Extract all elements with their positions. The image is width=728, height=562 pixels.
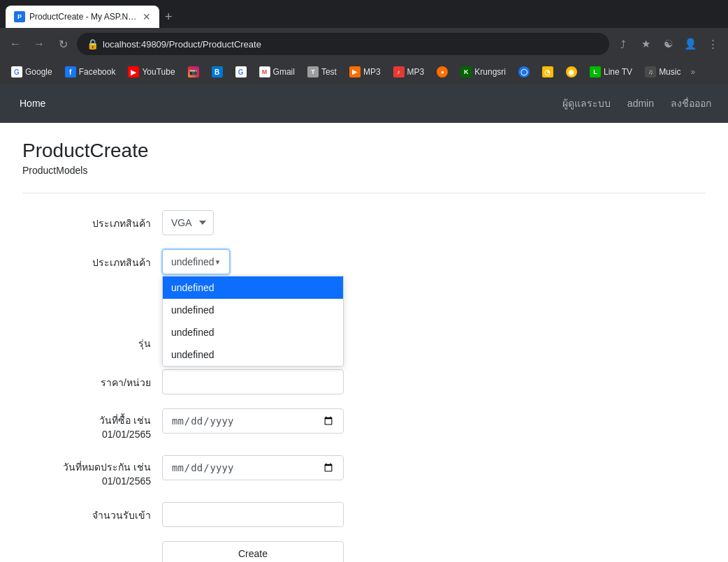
select-type2-display[interactable]: undefined ▼ <box>162 249 230 274</box>
bookmark-label-google: Google <box>25 67 52 77</box>
navbar: Home ผู้ดูแลระบบ admin ลงชื่อออก <box>0 84 728 123</box>
form-row-quantity: จำนวนรับเข้า <box>22 502 511 527</box>
google-favicon: G <box>11 66 22 77</box>
bookmark-circle[interactable]: ◯ <box>513 64 535 80</box>
input-quantity[interactable] <box>162 502 344 527</box>
bookmark-label-youtube: YouTube <box>142 67 175 77</box>
forward-button[interactable]: → <box>29 34 49 54</box>
label-warranty-date-text: วันที่หมดประกัน เช่น01/01/2565 <box>63 461 151 487</box>
label-buy-date: วันที่ซื้อ เช่น01/01/2565 <box>22 408 162 441</box>
bookmarks-bar: G Google f Facebook ▶ YouTube 📷 B G M Gm… <box>0 60 728 84</box>
bookmark-bing[interactable]: B <box>206 64 228 80</box>
dropdown-list-type2: undefined undefined undefined undefined <box>162 276 344 367</box>
bookmark-linetv[interactable]: L Line TV <box>584 64 638 80</box>
tab-close-icon[interactable]: ✕ <box>143 12 151 22</box>
navbar-home-link[interactable]: Home <box>11 92 54 114</box>
bookmark-krungsri[interactable]: K Krungsri <box>455 64 511 80</box>
bookmark-gmail[interactable]: M Gmail <box>254 64 300 80</box>
form-row-buy-date: วันที่ซื้อ เช่น01/01/2565 <box>22 408 511 441</box>
tab-title: ProductCreate - My ASP.NET App <box>29 12 138 22</box>
input-buy-date[interactable] <box>162 408 344 434</box>
facebook-favicon: f <box>65 66 76 77</box>
divider <box>22 193 706 193</box>
tab-bar: P ProductCreate - My ASP.NET App ✕ + <box>0 0 728 28</box>
page-title: ProductCreate <box>22 140 706 162</box>
youtube-favicon: ▶ <box>128 66 139 77</box>
more-bookmarks-icon[interactable]: » <box>687 64 698 80</box>
input-price[interactable] <box>162 369 344 394</box>
active-tab[interactable]: P ProductCreate - My ASP.NET App ✕ <box>6 6 159 28</box>
navbar-user-label: ผู้ดูแลระบบ <box>557 93 616 114</box>
bookmark-google2[interactable]: G <box>230 64 252 80</box>
dropdown-type1-container: VGA CPU RAM HDD <box>162 210 214 235</box>
bookmark-star-icon[interactable]: ★ <box>636 34 655 54</box>
dropdown-option-3[interactable]: undefined <box>163 343 343 366</box>
profile-icon[interactable]: 👤 <box>680 34 700 54</box>
bookmark-label-facebook: Facebook <box>79 67 116 77</box>
bookmark-pac[interactable]: ◉ <box>560 64 583 80</box>
form-row-submit: Create <box>22 541 511 562</box>
select-type2-value: undefined <box>171 256 214 267</box>
dropdown-option-2[interactable]: undefined <box>163 321 343 343</box>
bookmark-google[interactable]: G Google <box>6 64 58 80</box>
chevron-down-icon: ▼ <box>214 258 221 266</box>
refresh-button[interactable]: ↻ <box>53 34 73 54</box>
lock-icon: 🔒 <box>87 38 99 50</box>
bookmark-mp3a[interactable]: ▶ MP3 <box>344 64 386 80</box>
test-favicon: T <box>307 66 319 77</box>
page-wrapper: Home ผู้ดูแลระบบ admin ลงชื่อออก Product… <box>0 84 728 562</box>
label-quantity: จำนวนรับเข้า <box>22 502 162 523</box>
form-row-price: ราคา/หน่วย <box>22 369 511 394</box>
bing-favicon: B <box>212 66 223 77</box>
navbar-right: ผู้ดูแลระบบ admin ลงชื่อออก <box>557 93 717 114</box>
dropdown-option-0[interactable]: undefined <box>163 276 343 299</box>
bookmark-dots[interactable]: ● <box>431 64 453 80</box>
navbar-username[interactable]: admin <box>622 95 660 112</box>
music-favicon: ♫ <box>645 66 656 77</box>
bookmark-test[interactable]: T Test <box>302 64 342 80</box>
label-model: รุ่น <box>22 330 162 351</box>
gmail-favicon: M <box>259 66 270 77</box>
circle-favicon: ◯ <box>518 66 530 77</box>
bookmark-label-krungsri: Krungsri <box>474 67 506 77</box>
navbar-logout[interactable]: ลงชื่อออก <box>665 93 717 114</box>
mp3a-favicon: ▶ <box>349 66 361 77</box>
form-row-warranty-date: วันที่หมดประกัน เช่น01/01/2565 <box>22 455 511 488</box>
bookmark-label-mp3b: MP3 <box>407 67 425 77</box>
bookmark-mp3b[interactable]: ♪ MP3 <box>388 64 430 80</box>
address-bar-row: ← → ↻ 🔒 localhost:49809/Product/ProductC… <box>0 28 728 60</box>
bookmark-youtube[interactable]: ▶ YouTube <box>122 64 180 80</box>
select-type1[interactable]: VGA CPU RAM HDD <box>162 210 214 235</box>
main-content: ProductCreate ProductModels ประเภทสินค้า… <box>0 123 728 562</box>
menu-icon[interactable]: ⋮ <box>703 34 722 54</box>
page-subtitle: ProductModels <box>22 165 706 176</box>
linetv-favicon: L <box>590 66 601 77</box>
bookmark-music[interactable]: ♫ Music <box>639 64 686 80</box>
url-text[interactable]: localhost:49809/Product/ProductCreate <box>103 39 261 50</box>
label-price: ราคา/หน่วย <box>22 369 162 390</box>
bookmark-pie[interactable]: ◔ <box>537 64 559 80</box>
form-row-type2: ประเภทสินค้า undefined ▼ undefined undef… <box>22 249 511 274</box>
bookmark-label-gmail: Gmail <box>273 67 295 77</box>
google2-favicon: G <box>235 66 247 77</box>
krungsri-favicon: K <box>460 66 472 77</box>
bookmark-label-test: Test <box>321 67 337 77</box>
label-type1: ประเภทสินค้า <box>22 210 162 231</box>
address-right-icons: ⤴ ★ ☯ 👤 ⋮ <box>613 34 722 54</box>
dropdown-option-1[interactable]: undefined <box>163 299 343 321</box>
tab-favicon: P <box>14 11 25 22</box>
bookmark-facebook[interactable]: f Facebook <box>59 64 122 80</box>
bookmark-label-linetv: Line TV <box>604 67 632 77</box>
input-warranty-date[interactable] <box>162 455 344 480</box>
label-buy-date-text: วันที่ซื้อ เช่น01/01/2565 <box>99 415 151 440</box>
share-icon[interactable]: ⤴ <box>613 34 633 54</box>
dots-favicon: ● <box>437 66 448 77</box>
form-container: ประเภทสินค้า VGA CPU RAM HDD ประเภทสินค้… <box>22 210 511 562</box>
address-bar[interactable]: 🔒 localhost:49809/Product/ProductCreate <box>77 33 609 55</box>
new-tab-button[interactable]: + <box>165 10 173 24</box>
bookmark-label-mp3a: MP3 <box>363 67 381 77</box>
bookmark-instagram[interactable]: 📷 <box>182 64 205 80</box>
extensions-icon[interactable]: ☯ <box>658 34 678 54</box>
create-button[interactable]: Create <box>162 541 344 562</box>
back-button[interactable]: ← <box>6 34 25 54</box>
